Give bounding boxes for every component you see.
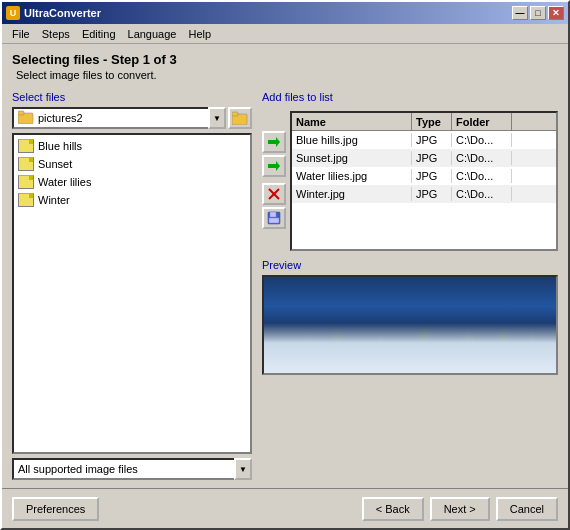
preview-label: Preview: [262, 259, 558, 271]
next-button[interactable]: Next >: [430, 497, 490, 521]
td-folder-2: C:\Do...: [452, 169, 512, 183]
svg-rect-3: [232, 112, 238, 116]
folder-icon: [18, 110, 34, 124]
folder-row: pictures2 ▼: [12, 107, 252, 129]
file-icon: [18, 139, 34, 153]
td-type-2: JPG: [412, 169, 452, 183]
td-folder-1: C:\Do...: [452, 151, 512, 165]
page-title: Selecting files - Step 1 of 3: [12, 52, 558, 67]
th-type: Type: [412, 113, 452, 130]
preview-scene: [264, 277, 556, 373]
browse-icon: [232, 111, 248, 125]
file-name: Winter: [38, 194, 70, 206]
type-dropdown-arrow[interactable]: ▼: [234, 458, 252, 480]
bottom-bar: Preferences < Back Next > Cancel: [2, 488, 568, 528]
svg-rect-10: [269, 218, 279, 223]
table-row[interactable]: Water lilies.jpg JPG C:\Do...: [292, 167, 556, 185]
svg-rect-1: [18, 111, 24, 115]
table-row[interactable]: Blue hills.jpg JPG C:\Do...: [292, 131, 556, 149]
bottom-left: Preferences: [12, 497, 99, 521]
maximize-button[interactable]: □: [530, 6, 546, 20]
file-type-value: All supported image files: [18, 463, 138, 475]
menu-bar: File Steps Editing Language Help: [2, 24, 568, 44]
td-type-3: JPG: [412, 187, 452, 201]
page-subtitle: Select image files to convert.: [16, 69, 558, 81]
back-button[interactable]: < Back: [362, 497, 424, 521]
th-folder: Folder: [452, 113, 512, 130]
file-table: Name Type Folder Blue hills.jpg JPG C:\D…: [290, 111, 558, 251]
td-type-1: JPG: [412, 151, 452, 165]
add-file-button[interactable]: [262, 131, 286, 153]
close-button[interactable]: ✕: [548, 6, 564, 20]
cancel-button[interactable]: Cancel: [496, 497, 558, 521]
list-item[interactable]: Water lilies: [16, 173, 248, 191]
svg-marker-5: [268, 161, 280, 171]
list-item[interactable]: Winter: [16, 191, 248, 209]
td-name-2: Water lilies.jpg: [292, 169, 412, 183]
remove-file-button[interactable]: [262, 183, 286, 205]
table-row[interactable]: Sunset.jpg JPG C:\Do...: [292, 149, 556, 167]
title-bar: U UltraConverter — □ ✕: [2, 2, 568, 24]
main-window: U UltraConverter — □ ✕ File Steps Editin…: [0, 0, 570, 530]
select-files-label: Select files: [12, 91, 252, 103]
file-name: Blue hills: [38, 140, 82, 152]
file-list: Blue hills Sunset Water lilies Winter: [12, 133, 252, 454]
minimize-button[interactable]: —: [512, 6, 528, 20]
title-buttons: — □ ✕: [512, 6, 564, 20]
table-body: Blue hills.jpg JPG C:\Do... Sunset.jpg J…: [292, 131, 556, 203]
app-icon: U: [6, 6, 20, 20]
right-panel: Add files to list: [262, 91, 558, 480]
th-name: Name: [292, 113, 412, 130]
menu-language[interactable]: Language: [122, 26, 183, 42]
add-files-label: Add files to list: [262, 91, 558, 103]
content-area: Selecting files - Step 1 of 3 Select ima…: [2, 44, 568, 488]
save-list-button[interactable]: [262, 207, 286, 229]
menu-help[interactable]: Help: [182, 26, 217, 42]
td-folder-3: C:\Do...: [452, 187, 512, 201]
menu-steps[interactable]: Steps: [36, 26, 76, 42]
td-folder-0: C:\Do...: [452, 133, 512, 147]
table-header: Name Type Folder: [292, 113, 556, 131]
file-name: Sunset: [38, 158, 72, 170]
preview-section: Preview: [262, 259, 558, 375]
file-name: Water lilies: [38, 176, 91, 188]
svg-marker-4: [268, 137, 280, 147]
preferences-button[interactable]: Preferences: [12, 497, 99, 521]
td-type-0: JPG: [412, 133, 452, 147]
menu-editing[interactable]: Editing: [76, 26, 122, 42]
left-panel: Select files pictures2 ▼: [12, 91, 252, 480]
add-file-small-button[interactable]: [262, 155, 286, 177]
list-area: Name Type Folder Blue hills.jpg JPG C:\D…: [262, 111, 558, 251]
file-icon: [18, 175, 34, 189]
preview-snow: [264, 323, 556, 373]
folder-select-wrapper: pictures2 ▼: [12, 107, 226, 129]
svg-rect-9: [270, 212, 276, 217]
file-icon: [18, 157, 34, 171]
type-select-display[interactable]: All supported image files: [12, 458, 252, 480]
panels: Select files pictures2 ▼: [12, 91, 558, 480]
td-name-3: Winter.jpg: [292, 187, 412, 201]
title-bar-left: U UltraConverter: [6, 6, 101, 20]
folder-dropdown-arrow[interactable]: ▼: [208, 107, 226, 129]
browse-button[interactable]: [228, 107, 252, 129]
file-icon: [18, 193, 34, 207]
folder-select-display[interactable]: pictures2: [12, 107, 226, 129]
list-item[interactable]: Sunset: [16, 155, 248, 173]
preview-box: [262, 275, 558, 375]
window-title: UltraConverter: [24, 7, 101, 19]
list-item[interactable]: Blue hills: [16, 137, 248, 155]
bottom-right: < Back Next > Cancel: [362, 497, 558, 521]
td-name-1: Sunset.jpg: [292, 151, 412, 165]
table-row[interactable]: Winter.jpg JPG C:\Do...: [292, 185, 556, 203]
folder-name: pictures2: [38, 112, 83, 124]
type-select-wrapper: All supported image files ▼: [12, 458, 252, 480]
td-name-0: Blue hills.jpg: [292, 133, 412, 147]
action-buttons: [262, 111, 286, 251]
menu-file[interactable]: File: [6, 26, 36, 42]
